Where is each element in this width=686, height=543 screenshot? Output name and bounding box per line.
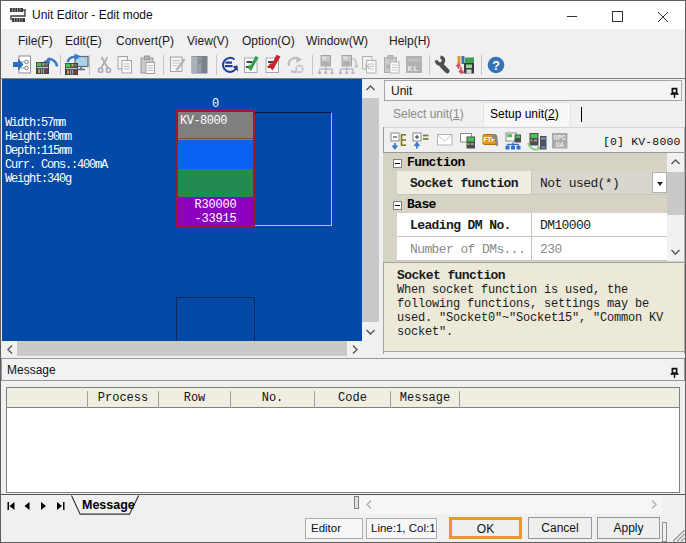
svg-text:UA: UA: [556, 142, 564, 149]
svg-text:KL: KL: [408, 64, 420, 73]
svg-text:?: ?: [492, 59, 500, 73]
